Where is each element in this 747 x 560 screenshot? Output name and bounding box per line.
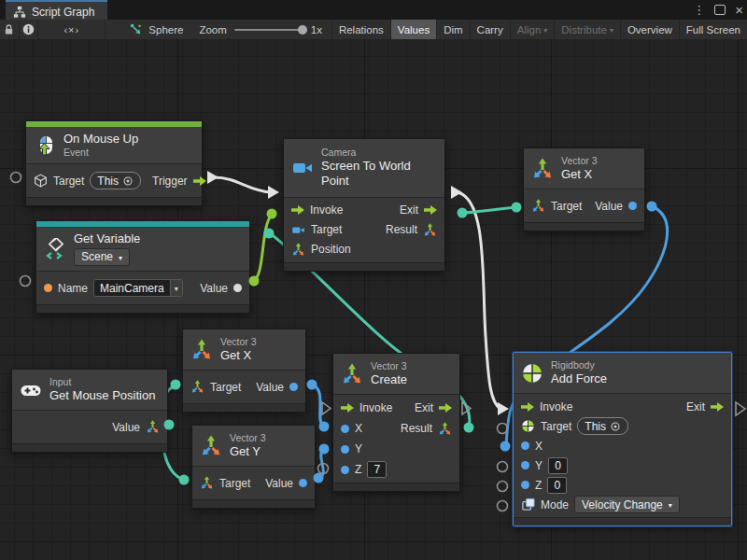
float-port[interactable] bbox=[341, 466, 349, 474]
target-label: Target bbox=[311, 223, 342, 236]
node-title: Get Mouse Position bbox=[49, 388, 155, 403]
result-label: Result bbox=[386, 223, 417, 236]
node-title: Get Variable bbox=[74, 231, 140, 246]
chevron-down-icon: ▾ bbox=[669, 502, 672, 510]
z-value-input[interactable]: 7 bbox=[367, 461, 387, 478]
float-port[interactable] bbox=[521, 461, 529, 469]
node-on-mouse-up[interactable]: On Mouse Up Event Target This Trigger bbox=[25, 120, 203, 206]
node-category: Vector 3 bbox=[561, 155, 598, 167]
node-category: Vector 3 bbox=[220, 336, 257, 348]
this-target-pill[interactable]: This bbox=[90, 172, 141, 189]
invoke-label: Invoke bbox=[359, 401, 392, 414]
y-value-input[interactable]: 0 bbox=[548, 457, 568, 474]
node-vector3-get-y[interactable]: Vector 3 Get Y Target Value bbox=[191, 425, 316, 509]
flow-arrow-icon bbox=[291, 205, 304, 215]
vector3-icon bbox=[531, 158, 554, 180]
node-category: Rigidbody bbox=[551, 359, 607, 371]
exit-label: Exit bbox=[686, 400, 705, 413]
float-port[interactable] bbox=[289, 383, 298, 391]
value-label: Value bbox=[112, 421, 140, 434]
node-get-mouse-position[interactable]: Input Get Mouse Position Value bbox=[11, 369, 168, 453]
string-port[interactable] bbox=[44, 284, 52, 292]
variable-name-dropdown[interactable]: MainCamera ▾ bbox=[93, 279, 183, 297]
z-label: Z bbox=[535, 479, 542, 492]
node-vector3-create[interactable]: Vector 3 Create Invoke Exit X Result bbox=[332, 353, 460, 492]
node-title: Get X bbox=[220, 348, 257, 363]
float-port[interactable] bbox=[341, 445, 349, 454]
float-port[interactable] bbox=[341, 425, 349, 433]
value-port[interactable] bbox=[233, 284, 242, 292]
exit-label: Exit bbox=[415, 401, 433, 414]
this-target-pill[interactable]: This bbox=[577, 417, 628, 435]
z-label: Z bbox=[355, 463, 361, 476]
variable-icon bbox=[44, 238, 66, 260]
vector3-port-icon[interactable] bbox=[423, 223, 437, 237]
node-category: Camera bbox=[321, 147, 436, 159]
camera-port-icon[interactable] bbox=[291, 223, 305, 237]
node-title: Add Force bbox=[551, 371, 607, 386]
node-title: Screen To World Point bbox=[321, 159, 436, 189]
mode-label: Mode bbox=[541, 498, 569, 511]
float-port[interactable] bbox=[299, 479, 307, 487]
variable-scope-dropdown[interactable]: Scene ▾ bbox=[74, 248, 130, 266]
exit-label: Exit bbox=[400, 203, 418, 217]
vector3-icon bbox=[200, 435, 222, 457]
vector3-port-icon[interactable] bbox=[531, 199, 545, 213]
rigidbody-port-icon[interactable] bbox=[521, 419, 535, 433]
value-label: Value bbox=[200, 282, 228, 295]
trigger-label: Trigger bbox=[152, 175, 188, 188]
result-label: Result bbox=[401, 422, 432, 435]
node-vector3-get-x-top[interactable]: Vector 3 Get X Target Value bbox=[523, 147, 645, 231]
x-label: X bbox=[355, 422, 362, 435]
cube-icon bbox=[34, 174, 48, 188]
node-category: Input bbox=[49, 376, 155, 388]
vector3-port-icon[interactable] bbox=[190, 380, 204, 394]
z-value-input[interactable]: 0 bbox=[547, 477, 567, 494]
target-icon bbox=[122, 175, 134, 187]
node-vector3-get-x[interactable]: Vector 3 Get X Target Value bbox=[182, 329, 306, 413]
target-label: Target bbox=[541, 420, 571, 433]
vector3-port-icon[interactable] bbox=[291, 243, 305, 257]
chevron-down-icon: ▾ bbox=[119, 255, 122, 262]
node-screen-to-world-point[interactable]: Camera Screen To World Point Invoke Exit… bbox=[283, 138, 445, 272]
target-label: Target bbox=[210, 381, 241, 394]
mode-dropdown[interactable]: Velocity Change ▾ bbox=[574, 496, 680, 513]
chevron-down-icon: ▾ bbox=[175, 286, 178, 293]
node-title: Create bbox=[371, 372, 407, 387]
flow-arrow-icon bbox=[439, 403, 452, 413]
value-label: Value bbox=[265, 477, 293, 490]
float-port[interactable] bbox=[521, 441, 529, 450]
node-category: Vector 3 bbox=[371, 360, 407, 372]
mouse-up-icon bbox=[34, 134, 56, 157]
flow-arrow-icon bbox=[711, 402, 724, 412]
camera-icon bbox=[291, 157, 314, 179]
node-title: On Mouse Up bbox=[63, 132, 138, 147]
invoke-label: Invoke bbox=[310, 203, 343, 217]
node-title: Get X bbox=[561, 167, 598, 182]
node-title: Get Y bbox=[230, 444, 266, 459]
node-category: Vector 3 bbox=[230, 432, 266, 444]
invoke-label: Invoke bbox=[540, 400, 572, 413]
y-label: Y bbox=[355, 442, 362, 455]
flow-arrow-icon bbox=[193, 176, 206, 186]
position-label: Position bbox=[311, 243, 351, 256]
name-label: Name bbox=[58, 282, 88, 295]
flow-arrow-icon bbox=[521, 402, 534, 412]
gamepad-icon bbox=[20, 379, 42, 401]
node-get-variable[interactable]: Get Variable Scene ▾ Name MainCamera ▾ V… bbox=[35, 220, 250, 314]
vector3-port-icon[interactable] bbox=[146, 420, 160, 434]
target-icon bbox=[610, 421, 621, 432]
node-add-force[interactable]: Rigidbody Add Force Invoke Exit Target T… bbox=[513, 352, 732, 526]
y-label: Y bbox=[535, 459, 543, 472]
vector3-icon bbox=[341, 363, 363, 385]
vector3-port-icon[interactable] bbox=[438, 422, 452, 436]
float-port[interactable] bbox=[628, 202, 637, 210]
value-label: Value bbox=[256, 381, 284, 394]
x-label: X bbox=[535, 440, 543, 453]
target-label: Target bbox=[53, 175, 84, 188]
node-subtitle: Event bbox=[63, 147, 138, 159]
vector3-port-icon[interactable] bbox=[200, 476, 214, 490]
flow-arrow-icon bbox=[341, 403, 354, 413]
float-port[interactable] bbox=[521, 481, 529, 489]
target-label: Target bbox=[551, 200, 582, 213]
